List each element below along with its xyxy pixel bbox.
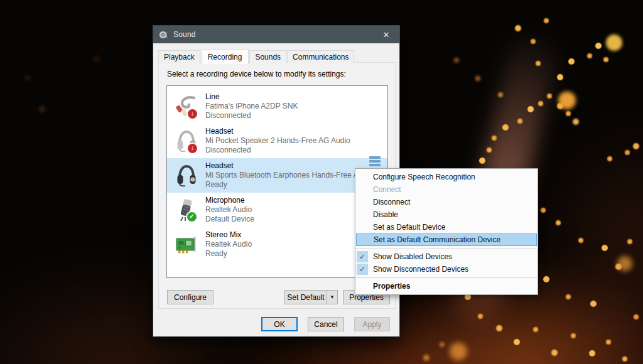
ok-button[interactable]: OK (261, 317, 298, 331)
set-default-button[interactable]: Set Default ▼ (284, 290, 338, 304)
disconnected-badge-icon: ↓ (188, 109, 197, 119)
device-description: Fatima's iPhone A2DP SNK (205, 102, 298, 111)
default-device-badge-icon: ✓ (187, 212, 197, 222)
sound-card-icon (175, 233, 198, 257)
device-name: Microphone (205, 196, 254, 205)
tab-communications[interactable]: Communications (287, 50, 354, 63)
device-description: Realtek Audio (205, 205, 254, 215)
touch-cursor-grip-icon (369, 156, 381, 168)
menu-item-set-as-default-communication-device[interactable]: Set as Default Communication Device (356, 233, 537, 246)
device-row-line[interactable]: ↓ Line Fatima's iPhone A2DP SNK Disconne… (167, 89, 387, 124)
device-description: Mi Pocket Speaker 2 Hands-Free AG Audio (205, 136, 350, 146)
headset-dark-icon (175, 164, 198, 188)
check-icon: ✓ (357, 264, 368, 275)
microphone-icon: ✓ (175, 198, 198, 222)
menu-item-set-as-default-device[interactable]: Set as Default Device (355, 221, 538, 233)
device-name: Line (205, 92, 298, 102)
tab-playback[interactable]: Playback (158, 50, 200, 63)
speaker-icon (159, 30, 168, 40)
check-icon: ✓ (357, 251, 368, 262)
tab-recording[interactable]: Recording (201, 49, 249, 64)
window-title: Sound (173, 30, 196, 39)
device-description: Realtek Audio (205, 240, 252, 249)
titlebar[interactable]: Sound ✕ (153, 26, 399, 43)
menu-item-label: Show Disconnected Devices (373, 265, 468, 274)
device-status: Disconnected (205, 111, 298, 120)
close-icon[interactable]: ✕ (373, 26, 399, 43)
tab-sounds[interactable]: Sounds (249, 50, 286, 63)
menu-item-show-disconnected-devices[interactable]: ✓Show Disconnected Devices (355, 263, 538, 276)
bokeh-large-sparks (0, 0, 10, 10)
device-status: Default Device (205, 215, 254, 224)
menu-item-properties[interactable]: Properties (355, 280, 538, 292)
menu-item-connect: Connect (355, 183, 538, 196)
set-default-dropdown-icon[interactable]: ▼ (327, 291, 337, 304)
menu-item-configure-speech-recognition[interactable]: Configure Speech Recognition (355, 171, 538, 183)
menu-separator (356, 248, 537, 249)
cancel-button[interactable]: Cancel (308, 317, 344, 331)
apply-button: Apply (354, 317, 390, 331)
tab-strip: Playback Recording Sounds Communications (158, 49, 355, 63)
device-status: Disconnected (205, 146, 350, 155)
menu-item-label: Show Disabled Devices (373, 252, 452, 261)
device-status: Ready (205, 249, 252, 259)
menu-item-disconnect[interactable]: Disconnect (355, 196, 538, 208)
disconnected-badge-icon: ↓ (188, 144, 197, 153)
menu-item-disable[interactable]: Disable (355, 208, 538, 221)
configure-button[interactable]: Configure (167, 290, 213, 304)
line-in-icon: ↓ (175, 95, 198, 119)
device-context-menu: Configure Speech Recognition Connect Dis… (355, 168, 538, 295)
instruction-text: Select a recording device below to modif… (167, 70, 346, 78)
device-row-headset-pocket-speaker[interactable]: ↓ Headset Mi Pocket Speaker 2 Hands-Free… (167, 124, 387, 158)
menu-separator (356, 277, 537, 278)
device-name: Stereo Mix (205, 230, 252, 240)
device-name: Headset (205, 127, 350, 136)
headset-gray-icon: ↓ (175, 129, 198, 153)
menu-item-show-disabled-devices[interactable]: ✓Show Disabled Devices (355, 250, 538, 263)
set-default-label: Set Default (285, 293, 327, 302)
